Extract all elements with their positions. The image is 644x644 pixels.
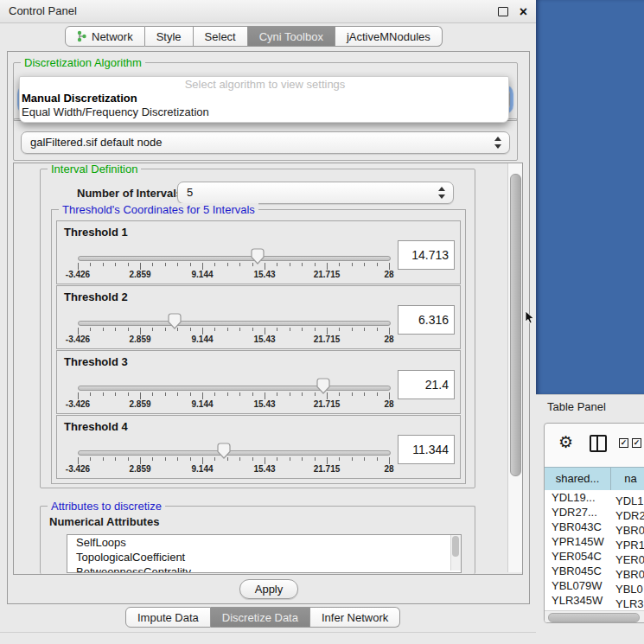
table-horizontal-scrollbar[interactable] bbox=[545, 610, 644, 623]
settings-scrollbar-thumb[interactable] bbox=[510, 174, 521, 476]
numerical-attributes-label: Numerical Attributes bbox=[49, 515, 159, 528]
column-header-shared-name[interactable]: shared... bbox=[545, 468, 611, 490]
apply-button[interactable]: Apply bbox=[239, 579, 298, 599]
slider-ticks bbox=[78, 263, 389, 270]
threshold-row-4: Threshold 4-3.4262.8599.14415.4321.71528… bbox=[56, 415, 461, 479]
settings-vertical-scrollbar[interactable] bbox=[507, 163, 522, 572]
tick-label: 2.859 bbox=[129, 270, 150, 279]
threshold-label: Threshold 1 bbox=[64, 226, 128, 239]
slider-thumb[interactable] bbox=[168, 313, 182, 329]
table-row[interactable]: YDR27...YDR2 bbox=[545, 505, 644, 520]
tab-label: Select bbox=[205, 30, 236, 43]
threshold-row-2: Threshold 2-3.4262.8599.14415.4321.71528… bbox=[56, 285, 461, 349]
group-title-thresholds: Threshold's Coordinates for 5 Intervals bbox=[59, 203, 258, 216]
table-row[interactable]: YLR345WYLR3 bbox=[545, 593, 644, 608]
cell-shared-name: YLR345W bbox=[545, 593, 611, 608]
tab-label: Cyni Toolbox bbox=[259, 30, 323, 43]
divider bbox=[0, 632, 536, 633]
slider-thumb[interactable] bbox=[217, 443, 231, 459]
table-row[interactable]: YDL19...YDL1 bbox=[545, 490, 644, 505]
table-panel-card: ⚙ ✓ ✓ shared... na YDL19...YDL1YDR27...Y… bbox=[544, 423, 644, 623]
checkbox-icon[interactable]: ✓ bbox=[619, 438, 628, 448]
numerical-attributes-list[interactable]: SelfLoopsTopologicalCoefficientBetweenne… bbox=[67, 534, 462, 573]
combo-arrows-icon bbox=[438, 187, 445, 199]
slider-track[interactable] bbox=[78, 321, 391, 326]
tick-label: 15.43 bbox=[253, 335, 275, 344]
cell-shared-name: YPR145W bbox=[545, 534, 611, 549]
tab-label: Network bbox=[92, 30, 133, 43]
split-columns-icon-bar bbox=[596, 437, 598, 450]
mouse-cursor bbox=[525, 311, 535, 325]
table-data-combobox[interactable]: galFiltered.sif default node bbox=[21, 131, 510, 154]
table-scrollbar-thumb[interactable] bbox=[548, 613, 640, 622]
interval-definition-group: Interval Definition Number of Intervals … bbox=[40, 169, 475, 488]
threshold-value-field[interactable]: 14.713 bbox=[398, 240, 455, 270]
tab-cyni-toolbox[interactable]: Cyni Toolbox bbox=[248, 26, 335, 47]
tab-network[interactable]: Network bbox=[65, 26, 145, 47]
column-header-name[interactable]: na bbox=[611, 468, 644, 490]
tick-label: -3.426 bbox=[66, 399, 90, 409]
cell-shared-name: YDL19... bbox=[545, 490, 611, 505]
panel-title: Control Panel bbox=[9, 0, 77, 22]
tab-label: Style bbox=[156, 30, 182, 43]
tick-label: 21.715 bbox=[314, 335, 341, 344]
slider-ticks bbox=[78, 328, 389, 335]
tab-jactivemnodules[interactable]: jActiveMNodules bbox=[335, 26, 443, 47]
tab-label: Discretize Data bbox=[222, 611, 298, 624]
float-window-icon[interactable] bbox=[498, 7, 508, 16]
group-title-discretization-algorithm: Discretization Algorithm bbox=[21, 56, 145, 69]
threshold-value-field[interactable]: 6.316 bbox=[398, 305, 455, 335]
bottom-tab-discretize-data[interactable]: Discretize Data bbox=[211, 607, 310, 628]
table-row[interactable]: YBR045CYBR0 bbox=[545, 564, 644, 578]
slider-ticks bbox=[78, 457, 389, 464]
cell-shared-name: YER054C bbox=[545, 549, 611, 564]
tick-label: 21.715 bbox=[314, 399, 341, 409]
tab-select[interactable]: Select bbox=[194, 26, 248, 47]
tick-label: 21.715 bbox=[314, 270, 341, 279]
attribute-item[interactable]: BetweennessCentrality bbox=[67, 564, 461, 573]
bottom-tab-impute-data[interactable]: Impute Data bbox=[125, 607, 211, 628]
threshold-value-field[interactable]: 11.344 bbox=[398, 435, 455, 464]
group-title-attributes: Attributes to discretize bbox=[48, 500, 165, 513]
combo-arrows-icon bbox=[494, 137, 501, 149]
cell-shared-name: YBR043C bbox=[545, 520, 611, 534]
algorithm-dropdown-popup: Select algorithm to view settings Manual… bbox=[19, 76, 509, 123]
slider-thumb[interactable] bbox=[316, 378, 330, 394]
table-row[interactable]: YBL079WYBL0 bbox=[545, 578, 644, 593]
cell-shared-name: YDR27... bbox=[545, 505, 611, 520]
threshold-row-1: Threshold 1-3.4262.8599.14415.4321.71528… bbox=[56, 220, 461, 284]
table-data-group: Table Data galFiltered.sif default node bbox=[13, 118, 518, 161]
tab-style[interactable]: Style bbox=[145, 26, 194, 47]
attributes-scrollbar[interactable] bbox=[450, 535, 461, 571]
slider-track[interactable] bbox=[78, 386, 391, 391]
bottom-tab-strip: Impute DataDiscretize DataInfer Network bbox=[125, 607, 400, 628]
threshold-row-3: Threshold 3-3.4262.8599.14415.4321.71528… bbox=[56, 350, 461, 414]
table-row[interactable]: YBR043CYBR0 bbox=[545, 520, 644, 534]
tick-label: 28 bbox=[384, 399, 393, 409]
popup-option-equal-width-frequency-discretization[interactable]: Equal Width/Frequency Discretization bbox=[20, 105, 508, 119]
slider-track[interactable] bbox=[78, 256, 391, 261]
table-panel-title: Table Panel bbox=[547, 400, 606, 413]
split-columns-icon[interactable] bbox=[590, 435, 607, 452]
table-row[interactable]: YER054CYER0 bbox=[545, 549, 644, 564]
attribute-item[interactable]: TopologicalCoefficient bbox=[67, 550, 461, 564]
gear-icon[interactable]: ⚙ bbox=[558, 432, 573, 453]
slider-track[interactable] bbox=[78, 450, 391, 456]
settings-scrollpane: Interval Definition Number of Intervals … bbox=[13, 163, 523, 575]
number-of-intervals-combobox[interactable]: 5 bbox=[177, 182, 454, 204]
tick-label: -3.426 bbox=[66, 464, 90, 474]
cytoscape-desktop-background: GAL80GACGAL11GAL4GCY1HHAP2 bbox=[536, 0, 644, 394]
close-icon[interactable]: × bbox=[520, 1, 527, 23]
attributes-scrollbar-thumb[interactable] bbox=[452, 536, 459, 557]
cyni-toolbox-content: Discretization Algorithm Select algorith… bbox=[7, 51, 530, 604]
bottom-tab-infer-network[interactable]: Infer Network bbox=[310, 607, 400, 628]
tick-label: 21.715 bbox=[314, 464, 341, 474]
slider-thumb[interactable] bbox=[251, 248, 265, 265]
table-panel: Table Panel ⚙ ✓ ✓ shared... na YDL19...Y… bbox=[536, 394, 644, 644]
tick-label: 15.43 bbox=[253, 399, 275, 409]
checkbox-icon[interactable]: ✓ bbox=[632, 438, 641, 448]
table-row[interactable]: YPR145WYPR1 bbox=[545, 534, 644, 549]
threshold-value-field[interactable]: 21.4 bbox=[398, 370, 455, 399]
popup-option-manual-discretization[interactable]: Manual Discretization bbox=[20, 92, 508, 105]
attribute-item[interactable]: SelfLoops bbox=[67, 535, 461, 550]
